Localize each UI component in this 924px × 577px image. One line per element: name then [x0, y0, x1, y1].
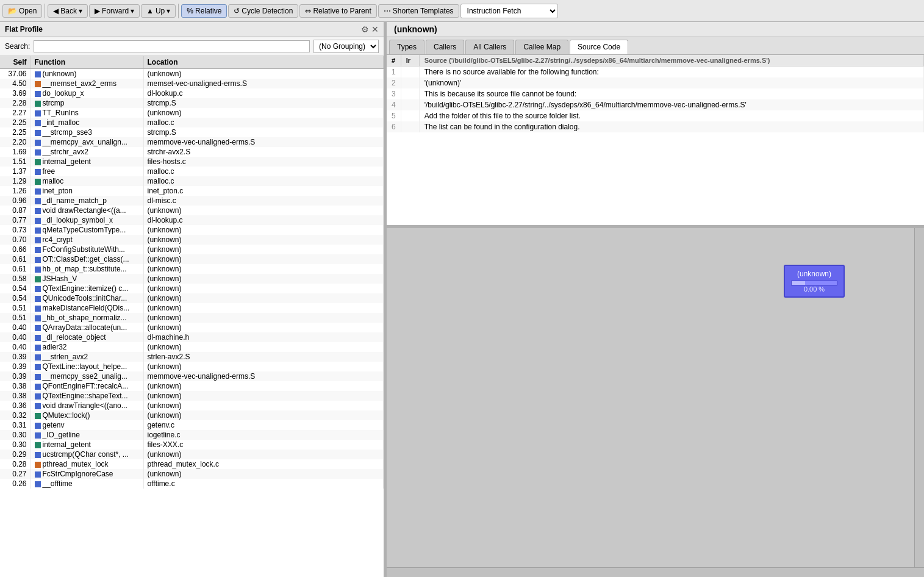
- cell-self: 0.61: [0, 254, 30, 264]
- table-row[interactable]: 0.30internal_getentfiles-XXX.c: [0, 440, 384, 450]
- table-row[interactable]: 0.61OT::ClassDef::get_class(...(unknown): [0, 254, 384, 264]
- open-button[interactable]: 📂 Open: [2, 4, 42, 18]
- cell-self: 0.66: [0, 245, 30, 254]
- instruction-fetch-select[interactable]: Instruction FetchCache MissesBranch Misp…: [460, 4, 558, 18]
- cell-self: 0.77: [0, 215, 30, 225]
- table-row[interactable]: 37.06(unknown)(unknown): [0, 69, 384, 79]
- function-icon: [35, 452, 41, 458]
- table-row[interactable]: 0.39QTextLine::layout_helpe...(unknown): [0, 362, 384, 371]
- graph-vertical-scrollbar[interactable]: [914, 228, 924, 567]
- col-location-header[interactable]: Location: [143, 56, 384, 69]
- grouping-select[interactable]: (No Grouping) By Object By File: [313, 40, 379, 53]
- left-panel: Flat Profile ⚙ ✕ Search: (No Grouping) B…: [0, 22, 384, 577]
- source-ir: [401, 88, 419, 99]
- cycle-detection-button[interactable]: ↺ Cycle Detection: [228, 4, 298, 18]
- table-row[interactable]: 0.26__offtimeofftime.c: [0, 479, 384, 489]
- cell-self: 1.37: [0, 167, 30, 176]
- table-row[interactable]: 0.36void drawTriangle<((ano...(unknown): [0, 401, 384, 410]
- tab-source-code[interactable]: Source Code: [570, 40, 628, 54]
- cell-location: malloc.c: [143, 167, 384, 176]
- function-icon: [35, 423, 41, 429]
- forward-button[interactable]: ▶ Forward ▾: [89, 4, 140, 18]
- tab-callers[interactable]: Callers: [426, 40, 464, 54]
- up-button[interactable]: ▲ Up ▾: [141, 4, 176, 18]
- table-row[interactable]: 4.50__memset_avx2_ermsmemset-vec-unalign…: [0, 79, 384, 88]
- table-row[interactable]: 0.31getenvgetenv.c: [0, 420, 384, 430]
- table-row[interactable]: 0.40_dl_relocate_objectdl-machine.h: [0, 332, 384, 342]
- function-icon: [35, 276, 41, 282]
- table-row[interactable]: 1.37freemalloc.c: [0, 167, 384, 176]
- table-row[interactable]: 0.54QTextEngine::itemize() c...(unknown): [0, 284, 384, 293]
- table-row[interactable]: 0.77_dl_lookup_symbol_xdl-lookup.c: [0, 215, 384, 225]
- cell-self: 2.25: [0, 127, 30, 137]
- cell-function: QTextEngine::shapeText...: [30, 391, 143, 401]
- cell-function: FcConfigSubstituteWith...: [30, 245, 143, 254]
- table-row[interactable]: 1.29mallocmalloc.c: [0, 176, 384, 186]
- col-function-header[interactable]: Function: [30, 56, 143, 69]
- table-row[interactable]: 0.38QFontEngineFT::recalcA...(unknown): [0, 381, 384, 391]
- table-row[interactable]: 3.69do_lookup_xdl-lookup.c: [0, 88, 384, 98]
- table-row[interactable]: 0.87void drawRectangle<((a...(unknown): [0, 206, 384, 215]
- graph-node-unknown[interactable]: (unknown) 0.00 %: [784, 265, 845, 298]
- table-row[interactable]: 0.40QArrayData::allocate(un...(unknown): [0, 323, 384, 332]
- function-icon: [35, 169, 41, 175]
- cell-self: 0.31: [0, 420, 30, 430]
- function-icon: [35, 81, 41, 87]
- table-row[interactable]: 2.25_int_mallocmalloc.c: [0, 118, 384, 127]
- table-row[interactable]: 2.25__strcmp_sse3strcmp.S: [0, 127, 384, 137]
- tab-callee-map[interactable]: Callee Map: [515, 40, 568, 54]
- table-row[interactable]: 0.51makeDistanceField(QDis...(unknown): [0, 303, 384, 313]
- function-icon: [35, 442, 41, 448]
- profile-table[interactable]: Self Function Location 37.06(unknown)(un…: [0, 56, 384, 577]
- table-row[interactable]: 0.28pthread_mutex_lockpthread_mutex_lock…: [0, 459, 384, 469]
- close-icon[interactable]: ✕: [371, 24, 379, 34]
- table-row[interactable]: 1.26inet_ptoninet_pton.c: [0, 186, 384, 196]
- table-row[interactable]: 0.66FcConfigSubstituteWith...(unknown): [0, 245, 384, 254]
- graph-area[interactable]: (unknown) 0.00 %: [387, 228, 924, 577]
- table-row[interactable]: 0.54QUnicodeTools::initChar...(unknown): [0, 293, 384, 303]
- source-area[interactable]: # Ir Source ('/build/glibc-OTsEL5/glibc-…: [387, 55, 924, 226]
- cell-location: (unknown): [143, 293, 384, 303]
- table-row[interactable]: 0.58JSHash_V(unknown): [0, 274, 384, 284]
- cell-location: dl-misc.c: [143, 196, 384, 206]
- back-button[interactable]: ◀ Back ▾: [48, 4, 88, 18]
- shorten-templates-button[interactable]: ⋯ Shorten Templates: [378, 4, 459, 18]
- table-row[interactable]: 2.28strcmpstrcmp.S: [0, 98, 384, 108]
- function-icon: [35, 374, 41, 380]
- table-row[interactable]: 0.61hb_ot_map_t::substitute...(unknown): [0, 264, 384, 274]
- cell-self: 0.39: [0, 371, 30, 381]
- right-title: (unknown): [394, 24, 437, 34]
- graph-horizontal-scrollbar[interactable]: [387, 567, 924, 577]
- graph-node-percent: 0.00 %: [791, 285, 837, 293]
- graph-node-bar: [791, 281, 837, 285]
- tab-types[interactable]: Types: [389, 40, 424, 54]
- table-row[interactable]: 0.40adler32(unknown): [0, 342, 384, 352]
- col-self-header[interactable]: Self: [0, 56, 30, 69]
- table-row[interactable]: 1.51internal_getentfiles-hosts.c: [0, 157, 384, 167]
- search-input[interactable]: [34, 40, 310, 52]
- table-row[interactable]: 2.20__memcpy_avx_unalign...memmove-vec-u…: [0, 137, 384, 147]
- relative-button[interactable]: % Relative: [181, 4, 227, 18]
- source-line: 1There is no source available for the fo…: [387, 66, 924, 78]
- table-row[interactable]: 0.39__strlen_avx2strlen-avx2.S: [0, 352, 384, 362]
- table-row[interactable]: 0.73qMetaTypeCustomType...(unknown): [0, 225, 384, 235]
- table-row[interactable]: 0.96_dl_name_match_pdl-misc.c: [0, 196, 384, 206]
- table-row[interactable]: 0.38QTextEngine::shapeText...(unknown): [0, 391, 384, 401]
- table-row[interactable]: 0.27FcStrCmpIgnoreCase(unknown): [0, 469, 384, 479]
- table-row[interactable]: 0.30_IO_getlineiogetline.c: [0, 430, 384, 440]
- table-row[interactable]: 0.51_hb_ot_shape_normaliz...(unknown): [0, 313, 384, 323]
- table-row[interactable]: 0.39__memcpy_sse2_unalig...memmove-vec-u…: [0, 371, 384, 381]
- table-row[interactable]: 0.70rc4_crypt(unknown): [0, 235, 384, 245]
- tab-all-callers[interactable]: All Callers: [465, 40, 514, 54]
- table-row[interactable]: 0.32QMutex::lock()(unknown): [0, 410, 384, 420]
- relative-to-parent-button[interactable]: ⇔ Relative to Parent: [299, 4, 376, 18]
- table-row[interactable]: 2.27TT_RunIns(unknown): [0, 108, 384, 118]
- table-row[interactable]: 1.69__strchr_avx2strchr-avx2.S: [0, 147, 384, 157]
- cell-function: _dl_lookup_symbol_x: [30, 215, 143, 225]
- cell-location: iogetline.c: [143, 430, 384, 440]
- function-icon: [35, 286, 41, 292]
- table-row[interactable]: 0.29ucstrcmp(QChar const*, ...(unknown): [0, 450, 384, 459]
- settings-icon[interactable]: ⚙: [361, 24, 369, 34]
- source-text: '/build/glibc-OTsEL5/glibc-2.27/string/.…: [419, 99, 923, 110]
- up-icon: ▲: [146, 7, 154, 15]
